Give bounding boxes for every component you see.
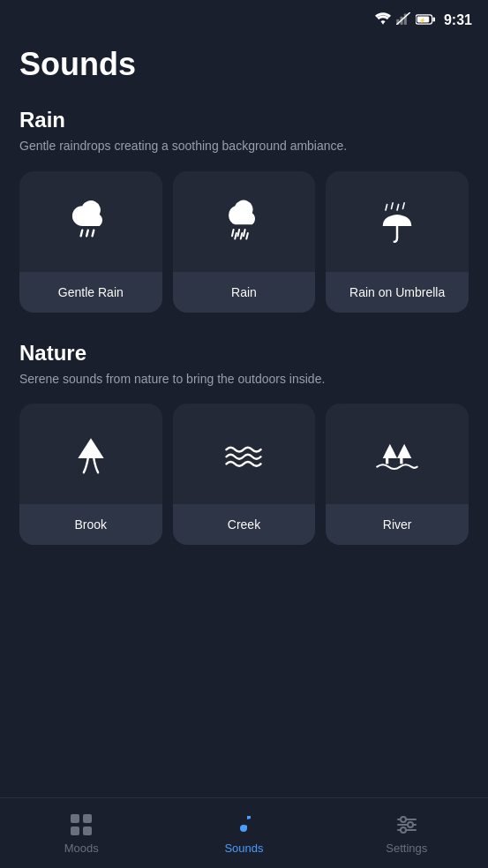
- svg-line-18: [392, 202, 394, 208]
- svg-marker-22: [78, 438, 103, 458]
- brook-icon: [68, 431, 114, 477]
- svg-rect-26: [400, 458, 402, 464]
- creek-icon: [221, 431, 267, 477]
- svg-line-8: [80, 230, 82, 236]
- page-title: Sounds: [19, 46, 469, 83]
- gentle-rain-icon: [68, 199, 114, 245]
- gentle-rain-icon-area: [68, 171, 114, 272]
- nature-section-title: Nature: [19, 341, 469, 366]
- svg-point-36: [401, 827, 406, 833]
- signal-icon: [396, 12, 410, 28]
- rain-umbrella-label: Rain on Umbrella: [326, 272, 469, 313]
- svg-line-14: [236, 233, 237, 239]
- svg-line-16: [247, 233, 249, 239]
- bottom-nav: Moods Sounds Settings: [0, 797, 488, 868]
- main-content: Sounds Rain Gentle raindrops creating a …: [0, 32, 488, 797]
- svg-rect-24: [386, 458, 388, 464]
- creek-card[interactable]: Creek: [173, 404, 316, 545]
- rain-card[interactable]: Rain: [173, 171, 316, 313]
- rain-section: Rain Gentle raindrops creating a soothin…: [19, 108, 469, 313]
- river-label: River: [326, 504, 469, 545]
- rain-sound-grid: Gentle Rain Rain: [19, 171, 469, 313]
- svg-point-34: [401, 817, 406, 822]
- svg-marker-23: [383, 444, 397, 458]
- rain-section-title: Rain: [19, 108, 469, 132]
- settings-nav-icon: [394, 812, 419, 837]
- svg-rect-27: [71, 814, 79, 823]
- sounds-nav-label: Sounds: [224, 842, 263, 855]
- river-icon-area: [374, 404, 420, 504]
- nature-sound-grid: Brook Creek: [19, 404, 469, 545]
- svg-line-12: [238, 230, 240, 236]
- svg-line-15: [241, 233, 243, 239]
- status-time: 9:31: [444, 12, 472, 28]
- moods-nav-label: Moods: [64, 842, 99, 855]
- settings-nav-label: Settings: [386, 842, 427, 855]
- svg-line-9: [86, 230, 88, 236]
- svg-line-17: [386, 204, 387, 210]
- battery-icon: ⚡: [416, 12, 435, 28]
- svg-rect-30: [83, 826, 92, 835]
- svg-line-19: [397, 204, 399, 210]
- svg-rect-5: [432, 17, 435, 21]
- svg-line-3: [396, 12, 410, 25]
- status-bar: ⚡ 9:31: [0, 0, 488, 32]
- nature-section: Nature Serene sounds from nature to brin…: [19, 341, 469, 546]
- svg-marker-25: [397, 444, 411, 458]
- svg-line-13: [244, 230, 245, 236]
- brook-label: Brook: [19, 504, 162, 545]
- svg-point-35: [408, 822, 413, 827]
- svg-line-10: [92, 230, 94, 236]
- rain-umbrella-icon-area: [374, 171, 420, 272]
- nav-settings[interactable]: Settings: [326, 812, 488, 855]
- creek-label: Creek: [173, 504, 316, 545]
- wifi-icon: [375, 12, 391, 28]
- moods-nav-icon: [69, 812, 94, 837]
- rain-umbrella-icon: [374, 199, 420, 245]
- gentle-rain-card[interactable]: Gentle Rain: [19, 171, 162, 313]
- svg-rect-28: [83, 814, 92, 823]
- nav-sounds[interactable]: Sounds: [162, 812, 325, 855]
- brook-card[interactable]: Brook: [19, 404, 162, 545]
- river-icon: [374, 431, 420, 477]
- svg-line-11: [232, 230, 234, 236]
- nav-moods[interactable]: Moods: [0, 812, 162, 855]
- rain-label: Rain: [173, 272, 316, 313]
- creek-icon-area: [221, 404, 267, 504]
- rain-icon: [221, 199, 267, 245]
- svg-rect-29: [71, 826, 79, 835]
- svg-line-20: [403, 202, 405, 208]
- rain-icon-area: [221, 171, 267, 272]
- river-card[interactable]: River: [326, 404, 469, 545]
- nature-section-desc: Serene sounds from nature to bring the o…: [19, 371, 469, 389]
- rain-umbrella-card[interactable]: Rain on Umbrella: [326, 171, 469, 313]
- svg-text:⚡: ⚡: [419, 17, 426, 24]
- sounds-nav-icon: [231, 812, 256, 837]
- brook-icon-area: [68, 404, 114, 504]
- gentle-rain-label: Gentle Rain: [19, 272, 162, 313]
- rain-section-desc: Gentle raindrops creating a soothing bac…: [19, 138, 469, 155]
